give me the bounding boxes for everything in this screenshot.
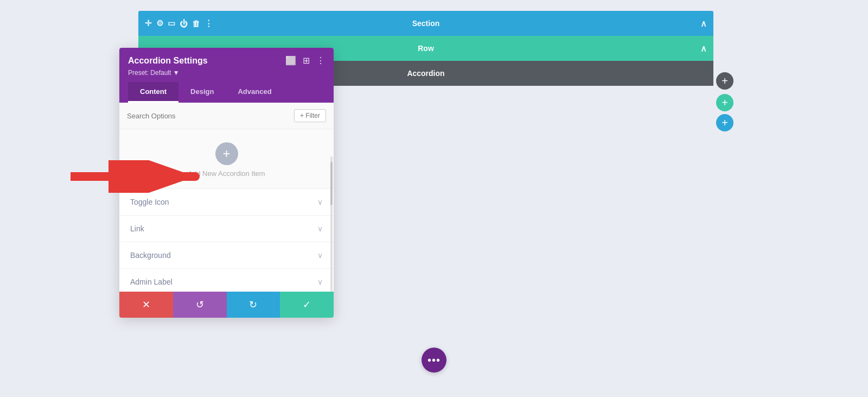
red-arrow: [71, 160, 212, 195]
bottom-menu-button[interactable]: •••: [422, 348, 446, 373]
settings-preset[interactable]: Preset: Default ▼: [128, 69, 325, 77]
panel-scrollbar[interactable]: [330, 156, 333, 292]
settings-header: Accordion Settings ⬜ ⊞ ⋮ Preset: Default…: [119, 48, 334, 103]
delete-icon[interactable]: 🗑: [192, 19, 200, 28]
tab-design[interactable]: Design: [178, 82, 226, 103]
background-label: Background: [130, 251, 171, 260]
tab-content[interactable]: Content: [128, 82, 178, 103]
tab-advanced[interactable]: Advanced: [226, 82, 283, 103]
scrollbar-thumb[interactable]: [330, 162, 333, 205]
search-input[interactable]: [127, 112, 290, 120]
columns-icon[interactable]: ⊞: [303, 55, 310, 66]
settings-title: Accordion Settings: [128, 56, 208, 66]
settings-tabs: Content Design Advanced: [128, 82, 325, 103]
duplicate-icon[interactable]: ▭: [168, 18, 175, 28]
section-bar[interactable]: ✛ ⚙ ▭ ⏻ 🗑 ⋮ Section ∧: [138, 11, 713, 36]
background-chevron: ∨: [317, 251, 323, 260]
link-label: Link: [130, 224, 144, 233]
settings-header-icons[interactable]: ⬜ ⊞ ⋮: [285, 55, 325, 66]
add-row-btn[interactable]: +: [716, 94, 733, 111]
cancel-button[interactable]: ✕: [119, 292, 173, 318]
filter-button[interactable]: + Filter: [294, 109, 326, 122]
toggle-icon-chevron: ∨: [317, 198, 323, 206]
canvas-area: ✛ ⚙ ▭ ⏻ 🗑 ⋮ Section ∧ Row ∧ Accordion + …: [0, 0, 868, 397]
search-bar: + Filter: [119, 103, 334, 129]
undo-button[interactable]: ↺: [173, 292, 227, 318]
row-collapse-icon[interactable]: ∧: [700, 43, 707, 54]
save-button[interactable]: ✓: [280, 292, 334, 318]
accordion-label: Accordion: [407, 69, 444, 78]
panel-content: + Add New Accordion Item Toggle Icon ∨ L…: [119, 129, 334, 292]
redo-button[interactable]: ↻: [227, 292, 280, 318]
bottom-toolbar: ✕ ↺ ↻ ✓: [119, 292, 334, 318]
section-bar-icons[interactable]: ✛ ⚙ ▭ ⏻ 🗑 ⋮: [145, 18, 213, 28]
add-section-btn[interactable]: +: [716, 72, 733, 90]
section-label: Section: [412, 19, 440, 28]
settings-icon[interactable]: ⚙: [156, 18, 163, 28]
move-icon[interactable]: ✛: [145, 18, 152, 28]
admin-label-chevron: ∨: [317, 278, 323, 286]
expand-icon[interactable]: ⬜: [285, 55, 296, 66]
power-icon[interactable]: ⏻: [180, 19, 188, 28]
background-option[interactable]: Background ∨: [119, 242, 334, 269]
more-options-icon[interactable]: ⋮: [316, 55, 325, 66]
add-new-accordion-item-btn[interactable]: +: [215, 142, 238, 165]
settings-title-row: Accordion Settings ⬜ ⊞ ⋮: [128, 55, 325, 66]
admin-label-text: Admin Label: [130, 278, 173, 286]
section-collapse-icon[interactable]: ∧: [700, 18, 707, 29]
link-chevron: ∨: [317, 224, 323, 233]
more-icon[interactable]: ⋮: [205, 18, 213, 28]
link-option[interactable]: Link ∨: [119, 216, 334, 242]
admin-label-option[interactable]: Admin Label ∨: [119, 269, 334, 292]
toggle-icon-label: Toggle Icon: [130, 198, 169, 206]
add-accordion-btn[interactable]: +: [716, 114, 733, 131]
row-label: Row: [418, 44, 434, 53]
